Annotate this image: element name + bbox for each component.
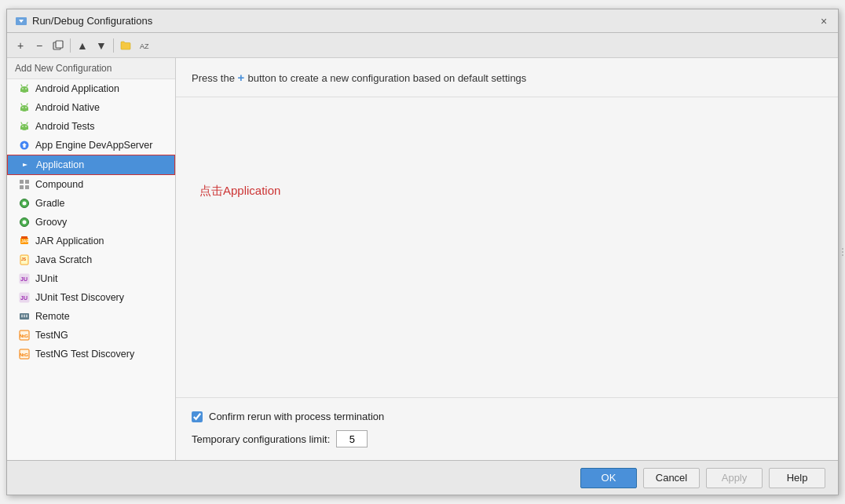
application-icon — [19, 159, 31, 171]
instruction-suffix: button to create a new configuration bas… — [247, 72, 526, 84]
config-item-testng-test-discovery[interactable]: NtG TestNG Test Discovery — [7, 345, 175, 363]
svg-point-21 — [22, 126, 24, 127]
config-item-android-application-label: Android Application — [35, 83, 119, 94]
config-item-java-scratch-label: Java Scratch — [35, 254, 92, 265]
svg-point-33 — [23, 221, 27, 225]
junit-test-discovery-icon: JU — [18, 291, 31, 304]
cancel-button[interactable]: Cancel — [643, 468, 700, 488]
app-engine-icon — [18, 139, 31, 152]
move-up-button[interactable]: ▲ — [74, 37, 91, 54]
svg-rect-12 — [20, 108, 28, 111]
config-item-remote[interactable]: Remote — [7, 307, 175, 326]
right-panel: Press the + button to create a new confi… — [176, 58, 838, 460]
groovy-icon — [18, 216, 31, 228]
svg-point-9 — [22, 88, 24, 89]
config-item-gradle[interactable]: Gradle — [7, 194, 175, 213]
folder-button[interactable] — [117, 37, 134, 54]
title-bar-left: Run/Debug Configurations — [15, 15, 152, 27]
confirm-rerun-row: Confirm rerun with process termination — [192, 411, 822, 422]
config-item-junit-label: JUnit — [35, 273, 57, 284]
sort-icon: AZ — [139, 40, 150, 51]
close-button[interactable]: × — [818, 15, 830, 27]
temp-config-input[interactable] — [336, 430, 368, 447]
config-item-android-tests[interactable]: Android Tests — [7, 117, 175, 136]
svg-text:AZ: AZ — [140, 42, 149, 50]
junit-icon: JU — [18, 272, 31, 285]
config-item-application[interactable]: Application — [7, 155, 175, 175]
annotation-text: 点击Application — [199, 184, 280, 199]
folder-icon — [120, 40, 131, 51]
svg-line-19 — [21, 122, 22, 124]
svg-rect-26 — [20, 180, 24, 184]
svg-rect-46 — [24, 315, 25, 316]
dialog-icon — [15, 15, 27, 27]
config-item-testng-label: TestNG — [35, 330, 68, 341]
confirm-rerun-checkbox[interactable] — [192, 411, 203, 422]
svg-line-8 — [27, 85, 27, 86]
svg-rect-48 — [26, 315, 27, 316]
config-item-compound-label: Compound — [35, 179, 83, 190]
add-config-button[interactable]: + — [12, 37, 29, 54]
svg-rect-45 — [21, 316, 23, 317]
config-item-groovy[interactable]: Groovy — [7, 213, 175, 232]
title-bar: Run/Debug Configurations × — [7, 9, 838, 33]
apply-button[interactable]: Apply — [706, 468, 763, 488]
svg-point-16 — [25, 107, 27, 108]
android-application-icon — [18, 82, 31, 95]
instruction-prefix: Press the — [192, 72, 235, 84]
config-item-application-label: Application — [36, 159, 84, 170]
remove-config-button[interactable]: − — [31, 37, 48, 54]
testng-test-discovery-icon: NtG — [18, 348, 31, 360]
config-item-android-native-label: Android Native — [35, 102, 100, 113]
toolbar-separator-1 — [70, 38, 71, 53]
config-item-app-engine[interactable]: App Engine DevAppServer — [7, 136, 175, 155]
svg-rect-6 — [20, 89, 28, 92]
android-tests-icon — [18, 120, 31, 133]
config-list: Android Application Android Native Andro… — [7, 79, 175, 460]
content-area: Add New Configuration Android Applicatio… — [7, 58, 838, 460]
config-item-java-scratch[interactable]: JS Java Scratch — [7, 250, 175, 269]
temp-config-row: Temporary configurations limit: — [192, 430, 822, 447]
config-item-junit-test-discovery[interactable]: JU JUnit Test Discovery — [7, 288, 175, 307]
ok-button[interactable]: OK — [580, 468, 637, 488]
add-new-config-header: Add New Configuration — [7, 58, 175, 79]
svg-line-14 — [27, 104, 27, 105]
move-down-button[interactable]: ▼ — [93, 37, 110, 54]
remote-icon — [18, 310, 31, 323]
svg-line-13 — [21, 104, 22, 105]
android-native-icon — [18, 101, 31, 114]
svg-point-10 — [25, 88, 27, 89]
java-scratch-icon: JS — [18, 254, 31, 266]
config-item-android-native[interactable]: Android Native — [7, 98, 175, 117]
sort-button[interactable]: AZ — [136, 37, 153, 54]
config-item-junit[interactable]: JU JUnit — [7, 269, 175, 288]
svg-point-15 — [22, 107, 24, 108]
config-item-jar-application-label: JAR Application — [35, 236, 104, 247]
dialog-title: Run/Debug Configurations — [32, 15, 152, 27]
svg-text:NtG: NtG — [20, 334, 28, 338]
toolbar-separator-2 — [113, 38, 114, 53]
svg-rect-18 — [20, 126, 28, 130]
config-item-android-tests-label: Android Tests — [35, 121, 95, 132]
config-item-android-application[interactable]: Android Application — [7, 79, 175, 98]
svg-rect-27 — [25, 180, 29, 184]
svg-rect-44 — [21, 315, 23, 316]
config-item-jar-application[interactable]: JAR JAR Application — [7, 232, 175, 250]
svg-text:JS: JS — [21, 257, 27, 261]
config-item-compound[interactable]: Compound — [7, 175, 175, 194]
svg-line-7 — [21, 85, 22, 86]
run-debug-dialog: Run/Debug Configurations × + − ▲ ▼ AZ — [6, 9, 839, 495]
config-item-testng[interactable]: NtG TestNG — [7, 326, 175, 345]
instruction-area: Press the + button to create a new confi… — [176, 58, 838, 97]
config-item-junit-test-discovery-label: JUnit Test Discovery — [35, 292, 124, 303]
svg-point-31 — [23, 202, 27, 206]
config-item-testng-test-discovery-label: TestNG Test Discovery — [35, 349, 134, 360]
settings-area: Confirm rerun with process termination T… — [176, 397, 838, 460]
copy-config-button[interactable] — [49, 37, 67, 54]
left-panel: Add New Configuration Android Applicatio… — [7, 58, 176, 460]
dialog-footer: OK Cancel Apply Help — [7, 460, 838, 495]
svg-rect-49 — [26, 316, 27, 317]
config-item-app-engine-label: App Engine DevAppServer — [35, 140, 152, 151]
help-button[interactable]: Help — [769, 468, 825, 488]
svg-text:JAR: JAR — [21, 239, 29, 243]
